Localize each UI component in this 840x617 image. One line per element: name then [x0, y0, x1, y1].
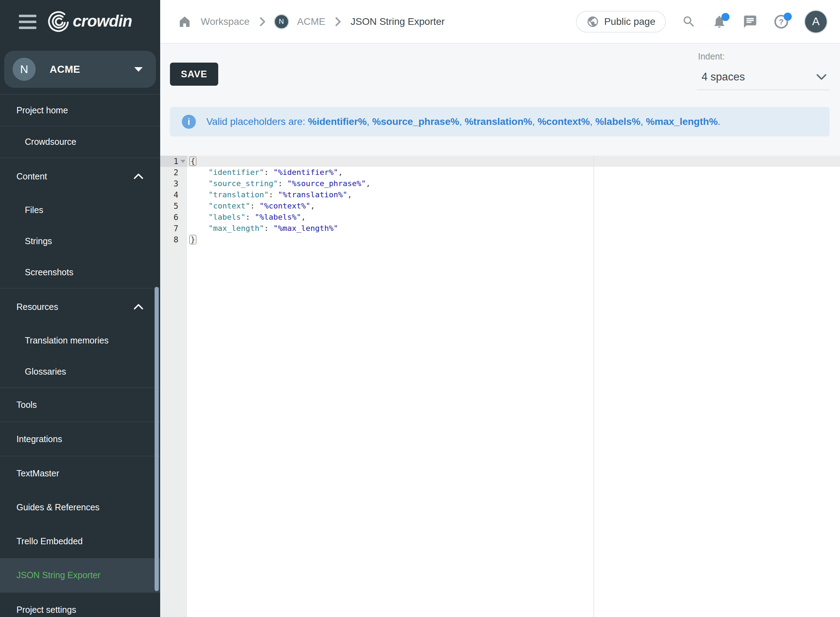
- sidebar-item-trello-embedded[interactable]: Trello Embedded: [0, 524, 160, 558]
- editor-line-1[interactable]: 1{: [160, 156, 840, 167]
- sidebar-item-strings[interactable]: Strings: [0, 226, 160, 257]
- sidebar-item-label: Project home: [16, 105, 68, 115]
- caret-down-icon: [134, 67, 143, 72]
- chevron-down-icon: [816, 74, 827, 80]
- sidebar-item-files[interactable]: Files: [0, 195, 160, 226]
- code-token: :: [264, 224, 274, 233]
- save-button[interactable]: SAVE: [170, 63, 218, 86]
- topbar: crowdin Workspace N ACME JSON String Exp…: [0, 0, 840, 44]
- sidebar-item-label: TextMaster: [16, 468, 59, 478]
- breadcrumb-workspace[interactable]: Workspace: [201, 16, 250, 27]
- sidebar-item-label: Crowdsource: [25, 137, 76, 147]
- sidebar-scrollbar[interactable]: [155, 287, 159, 591]
- code-token: "max_length": [208, 224, 264, 233]
- banner-placeholder: %context%: [538, 116, 589, 127]
- editor-line-7[interactable]: 7 "max_length": "%max_length%": [160, 223, 840, 234]
- sidebar-item-label: Resources: [16, 302, 58, 312]
- notification-dot: [721, 13, 729, 21]
- indent-select[interactable]: Indent: 4 spaces: [697, 52, 830, 90]
- code-line-text: "max_length": "%max_length%": [187, 223, 840, 234]
- code-token: :: [246, 213, 255, 221]
- code-token: ,: [366, 179, 370, 188]
- line-number: 6: [160, 212, 187, 223]
- line-number: 2: [160, 167, 187, 178]
- sidebar-item-label: Guides & References: [16, 502, 100, 512]
- home-icon[interactable]: [178, 15, 192, 29]
- help-icon[interactable]: ?: [774, 14, 789, 30]
- globe-icon: [587, 15, 599, 28]
- crowdin-logo-mark: [47, 11, 69, 33]
- editor-line-4[interactable]: 4 "translation": "%translation%",: [160, 189, 840, 201]
- code-token: [190, 201, 208, 210]
- sidebar-item-project-home[interactable]: Project home: [0, 95, 160, 125]
- code-token: [190, 179, 208, 188]
- notifications-bell-icon[interactable]: [712, 14, 727, 29]
- editor-line-8[interactable]: 8}: [160, 234, 840, 245]
- code-line-text: "translation": "%translation%",: [187, 189, 840, 201]
- line-number: 8: [160, 234, 187, 245]
- sidebar-item-translation-memories[interactable]: Translation memories: [0, 325, 160, 356]
- editor-line-5[interactable]: 5 "context": "%context%",: [160, 201, 840, 212]
- main-content: SAVE Indent: 4 spaces i Valid placeholde…: [160, 44, 840, 617]
- sidebar-item-label: Project settings: [16, 605, 76, 615]
- crowdin-logo-text: crowdin: [73, 13, 132, 31]
- sidebar-item-label: Screenshots: [25, 267, 74, 278]
- breadcrumb-page: JSON String Exporter: [351, 16, 445, 27]
- sidebar-item-integrations[interactable]: Integrations: [0, 422, 160, 456]
- print-margin-line: [594, 156, 594, 617]
- sidebar-nav: Project homeCrowdsourceContentFilesStrin…: [0, 94, 160, 617]
- code-token: ,: [347, 190, 352, 199]
- code-token: [190, 213, 208, 221]
- code-token: [190, 224, 208, 233]
- sidebar-item-tools[interactable]: Tools: [0, 388, 160, 421]
- code-token: [190, 168, 208, 177]
- code-token: ,: [338, 168, 343, 177]
- sidebar-item-crowdsource[interactable]: Crowdsource: [0, 126, 160, 157]
- sidebar-item-project-settings[interactable]: Project settings: [0, 593, 160, 617]
- sidebar-item-content[interactable]: Content: [0, 158, 160, 195]
- code-token: }: [189, 235, 196, 245]
- messages-icon[interactable]: [743, 14, 757, 29]
- sidebar-item-label: Tools: [16, 400, 37, 410]
- breadcrumb-project[interactable]: ACME: [297, 16, 326, 27]
- sidebar-item-glossaries[interactable]: Glossaries: [0, 356, 160, 387]
- info-banner-text: Valid placeholders are: %identifier%, %s…: [206, 116, 721, 127]
- sidebar-item-resources[interactable]: Resources: [0, 289, 160, 325]
- public-page-button[interactable]: Public page: [576, 11, 666, 32]
- code-token: ,: [310, 201, 315, 210]
- fold-toggle-icon[interactable]: [180, 160, 185, 163]
- user-avatar[interactable]: A: [805, 11, 827, 32]
- code-token: "%identifier%": [273, 168, 338, 177]
- project-avatar: N: [275, 15, 288, 28]
- editor-line-6[interactable]: 6 "labels": "%labels%",: [160, 212, 840, 223]
- sidebar-item-label: Strings: [25, 236, 52, 246]
- sidebar-item-label: Files: [25, 205, 43, 215]
- sidebar-item-textmaster[interactable]: TextMaster: [0, 456, 160, 490]
- code-line-text: "identifier": "%identifier%",: [187, 167, 840, 178]
- chevron-right-icon: [335, 16, 341, 27]
- code-line-text: }: [187, 234, 840, 245]
- editor-toolbar: SAVE Indent: 4 spaces i Valid placeholde…: [160, 44, 840, 156]
- breadcrumb: Workspace N ACME JSON String Exporter: [178, 15, 445, 29]
- line-number: 5: [160, 201, 187, 212]
- code-editor[interactable]: 1{2 "identifier": "%identifier%",3 "sour…: [160, 156, 840, 617]
- indent-value: 4 spaces: [701, 71, 745, 83]
- banner-placeholder: %source_phrase%: [372, 116, 459, 127]
- code-token: "identifier": [208, 168, 264, 177]
- code-token: "context": [208, 201, 250, 210]
- editor-line-3[interactable]: 3 "source_string": "%source_phrase%",: [160, 178, 840, 189]
- org-name: ACME: [50, 63, 80, 75]
- code-token: [190, 190, 208, 199]
- indent-value-row[interactable]: 4 spaces: [697, 62, 830, 90]
- sidebar-item-screenshots[interactable]: Screenshots: [0, 257, 160, 288]
- search-icon[interactable]: [682, 15, 696, 29]
- sidebar-item-json-string-exporter[interactable]: JSON String Exporter: [0, 558, 160, 592]
- sidebar-item-label: Integrations: [16, 434, 62, 444]
- menu-button[interactable]: [19, 15, 36, 29]
- code-token: "%labels%": [255, 213, 301, 221]
- crowdin-logo[interactable]: crowdin: [47, 11, 132, 33]
- editor-line-2[interactable]: 2 "identifier": "%identifier%",: [160, 167, 840, 178]
- sidebar-item-guides-references[interactable]: Guides & References: [0, 490, 160, 524]
- org-switcher[interactable]: N ACME: [4, 51, 156, 88]
- help-dot: [784, 13, 792, 21]
